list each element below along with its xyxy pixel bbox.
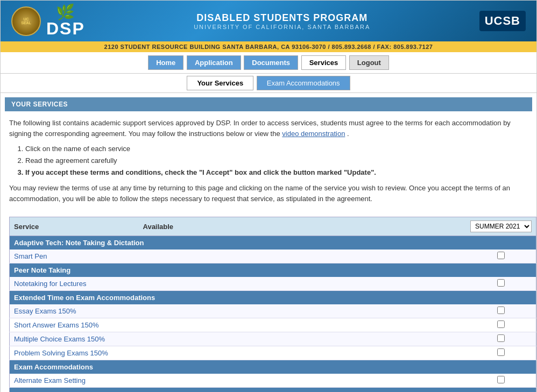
service-row: Problem Solving Exams 150% [10,346,536,360]
service-empty-col [139,332,467,346]
subnav-exam-accommodations[interactable]: Exam Accommodations [257,76,350,90]
service-empty-col [139,318,467,332]
category-label[interactable]: Extended Time on Exam Accommodations [10,291,536,305]
university-name: UNIVERSITY OF CALIFORNIA, SANTA BARBARA [194,24,370,30]
services-tbody: Adaptive Tech: Note Taking & DictationSm… [10,236,536,392]
review-paragraph: You may review the terms of use at any t… [9,183,528,204]
service-label[interactable]: Essay Exams 150% [10,304,139,318]
service-checkbox[interactable] [497,252,505,259]
service-label[interactable]: Notetaking for Lectures [10,277,139,291]
dsp-icon: 🌿 [56,5,75,20]
category-label[interactable]: Alternative Reading Formats [10,388,536,392]
service-checkbox-cell[interactable] [466,277,536,291]
service-label[interactable]: Multiple Choice Exams 150% [10,332,139,346]
video-demonstration-link[interactable]: video demonstration [282,130,345,138]
services-table-wrapper: Service Available SPRING 2021 SUMMER 202… [1,217,536,392]
services-table: Service Available SPRING 2021 SUMMER 202… [9,217,536,392]
address-bar: 2120 STUDENT RESOURCE BUILDING SANTA BAR… [1,41,536,52]
service-checkbox[interactable] [497,279,505,287]
service-checkbox[interactable] [497,376,505,383]
ucsb-abbr: UCSB [485,14,520,28]
main-nav: Home Application Documents Services Logo… [1,52,536,74]
logo-left: UCSEAL 🌿 DSP [11,5,85,37]
service-link[interactable]: Alternate Exam Setting [14,376,86,384]
service-checkbox-cell[interactable] [466,374,536,388]
service-row: Multiple Choice Exams 150% [10,332,536,346]
service-label[interactable]: Short Answer Exams 150% [10,318,139,332]
service-label[interactable]: Alternate Exam Setting [10,374,139,388]
dsp-logo: 🌿 DSP [46,5,85,37]
intro-paragraph: The following list contains academic sup… [9,118,528,139]
service-checkbox[interactable] [497,348,505,356]
service-checkbox-cell[interactable] [466,304,536,318]
service-link[interactable]: Problem Solving Exams 150% [14,349,108,357]
service-checkbox[interactable] [497,307,505,314]
category-label[interactable]: Adaptive Tech: Note Taking & Dictation [10,236,536,250]
service-row: Short Answer Exams 150% [10,318,536,332]
service-row: Alternate Exam Setting [10,374,536,388]
category-row: Alternative Reading Formats [10,388,536,392]
table-header-row: Service Available SPRING 2021 SUMMER 202… [10,217,536,236]
season-select[interactable]: SPRING 2021 SUMMER 2021 FALL 2021 [470,220,532,232]
instruction-2: Read the agreement carefully [25,155,528,167]
dsp-abbr: DSP [46,20,85,37]
service-empty-col [139,250,467,263]
category-row: Extended Time on Exam Accommodations [10,291,536,305]
col-available-header: Available [139,217,467,236]
service-empty-col [139,374,467,388]
service-link[interactable]: Notetaking for Lectures [14,280,86,288]
service-link[interactable]: Multiple Choice Exams 150% [14,335,105,343]
sub-nav: Your Services Exam Accommodations [1,74,536,93]
instructions-list: Click on the name of each service Read t… [25,143,528,179]
nav-documents[interactable]: Documents [244,55,298,70]
main-content: The following list contains academic sup… [1,111,536,217]
program-name: DISABLED STUDENTS PROGRAM [194,12,370,24]
service-row: Essay Exams 150% [10,304,536,318]
service-empty-col [139,277,467,291]
nav-services[interactable]: Services [301,55,347,70]
nav-application[interactable]: Application [187,55,241,70]
service-checkbox[interactable] [497,334,505,342]
subnav-your-services[interactable]: Your Services [187,76,253,90]
ucsb-logo: UCSB [479,11,526,31]
service-link[interactable]: Smart Pen [14,252,47,260]
header-center: DISABLED STUDENTS PROGRAM UNIVERSITY OF … [194,12,370,30]
col-season-header[interactable]: SPRING 2021 SUMMER 2021 FALL 2021 [466,217,536,236]
service-checkbox-cell[interactable] [466,346,536,360]
instruction-1: Click on the name of each service [25,143,528,155]
service-checkbox[interactable] [497,320,505,328]
category-row: Peer Note Taking [10,263,536,277]
service-checkbox-cell[interactable] [466,250,536,263]
page-header: UCSEAL 🌿 DSP DISABLED STUDENTS PROGRAM U… [1,1,536,41]
uc-seal: UCSEAL [11,6,41,36]
service-checkbox-cell[interactable] [466,332,536,346]
service-link[interactable]: Essay Exams 150% [14,307,76,315]
intro-text-2: . [347,130,349,138]
col-service-header: Service [10,217,139,236]
service-row: Smart Pen [10,250,536,263]
nav-home[interactable]: Home [148,55,183,70]
service-checkbox-cell[interactable] [466,318,536,332]
intro-text-1: The following list contains academic sup… [9,119,511,138]
nav-logout[interactable]: Logout [349,55,389,70]
category-row: Adaptive Tech: Note Taking & Dictation [10,236,536,250]
category-row: Exam Accommodations [10,360,536,374]
service-label[interactable]: Smart Pen [10,250,139,263]
service-link[interactable]: Short Answer Exams 150% [14,321,99,329]
service-empty-col [139,304,467,318]
service-label[interactable]: Problem Solving Exams 150% [10,346,139,360]
section-title: YOUR SERVICES [5,97,532,111]
service-row: Notetaking for Lectures [10,277,536,291]
instruction-3: If you accept these terms and conditions… [25,167,528,179]
category-label[interactable]: Peer Note Taking [10,263,536,277]
category-label[interactable]: Exam Accommodations [10,360,536,374]
service-empty-col [139,346,467,360]
